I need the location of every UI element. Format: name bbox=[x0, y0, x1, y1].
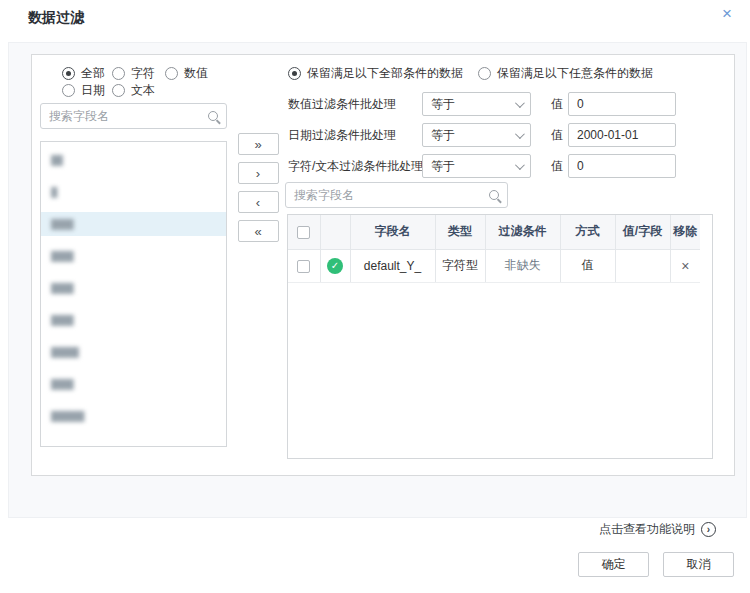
field-column-header: 字段名 bbox=[350, 215, 435, 249]
radio-icon bbox=[112, 84, 125, 97]
chevron-down-icon bbox=[515, 129, 525, 139]
char-value-input[interactable] bbox=[568, 154, 676, 178]
date-value-label: 值 bbox=[551, 123, 563, 147]
date-operator-select[interactable]: 等于 bbox=[422, 123, 531, 147]
conditions-table: 字段名 类型 过滤条件 方式 值/字段 移除 ✓ default_Y_ bbox=[287, 214, 713, 459]
remove-column-header: 移除 bbox=[670, 215, 700, 249]
type-filter-text[interactable]: 文本 bbox=[112, 82, 155, 99]
table-row: ✓ default_Y_ 字符型 非缺失 值 × bbox=[288, 249, 700, 282]
filter-content-box: 全部 字符 数值 日期 文本 bbox=[31, 54, 735, 476]
cell-mode[interactable]: 值 bbox=[560, 249, 615, 282]
select-all-checkbox[interactable] bbox=[297, 226, 310, 239]
numeric-operator-select[interactable]: 等于 bbox=[422, 92, 531, 116]
move-right-button[interactable]: › bbox=[238, 162, 279, 184]
search-icon bbox=[489, 190, 499, 200]
field-list-item[interactable]: ██ bbox=[41, 148, 226, 172]
close-icon[interactable]: × bbox=[722, 5, 732, 22]
char-value-label: 值 bbox=[551, 154, 563, 178]
radio-icon bbox=[62, 67, 75, 80]
cancel-button[interactable]: 取消 bbox=[663, 552, 734, 577]
type-column-header: 类型 bbox=[435, 215, 485, 249]
field-list-item[interactable]: ████ bbox=[41, 372, 226, 396]
table-header-row: 字段名 类型 过滤条件 方式 值/字段 移除 bbox=[288, 215, 700, 249]
check-circle-icon: ✓ bbox=[327, 258, 343, 274]
value-column-header: 值/字段 bbox=[615, 215, 670, 249]
date-batch-label: 日期过滤条件批处理 bbox=[288, 123, 396, 147]
move-all-right-button[interactable]: » bbox=[238, 133, 279, 155]
numeric-value-input[interactable] bbox=[568, 92, 676, 116]
field-search-input[interactable] bbox=[49, 109, 208, 123]
cell-field-name: default_Y_ bbox=[350, 249, 435, 282]
radio-icon bbox=[165, 67, 178, 80]
row-checkbox[interactable] bbox=[297, 260, 310, 273]
type-filter-date[interactable]: 日期 bbox=[62, 82, 105, 99]
type-filter-all[interactable]: 全部 bbox=[62, 65, 105, 82]
cell-type: 字符型 bbox=[435, 249, 485, 282]
move-left-button[interactable]: ‹ bbox=[238, 191, 279, 213]
dialog-body-panel: 全部 字符 数值 日期 文本 bbox=[8, 42, 747, 518]
move-all-left-button[interactable]: « bbox=[238, 220, 279, 242]
type-filter-numeric[interactable]: 数值 bbox=[165, 65, 208, 82]
field-list-item[interactable]: █ bbox=[41, 180, 226, 204]
remove-row-icon[interactable]: × bbox=[681, 258, 689, 274]
search-icon bbox=[208, 111, 218, 121]
field-list-item-selected[interactable]: ████ bbox=[41, 212, 226, 236]
date-value-input[interactable] bbox=[568, 123, 676, 147]
field-list-item[interactable]: ████ bbox=[41, 308, 226, 332]
ok-button[interactable]: 确定 bbox=[578, 552, 649, 577]
char-batch-label: 字符/文本过滤条件批处理 bbox=[288, 154, 423, 178]
field-list-item[interactable]: █████ bbox=[41, 340, 226, 364]
field-list: ██ █ ████ ████ ████ ████ █████ ████ ████… bbox=[40, 141, 227, 447]
mode-column-header: 方式 bbox=[560, 215, 615, 249]
chevron-down-icon bbox=[515, 98, 525, 108]
mode-all-conditions-radio[interactable]: 保留满足以下全部条件的数据 bbox=[288, 65, 463, 82]
data-filter-dialog: 数据过滤 × 全部 字符 数值 日期 文本 bbox=[0, 0, 750, 593]
page-title: 数据过滤 bbox=[28, 9, 84, 27]
char-operator-select[interactable]: 等于 bbox=[422, 154, 531, 178]
cell-value-field[interactable] bbox=[615, 249, 670, 282]
condition-column-header: 过滤条件 bbox=[485, 215, 560, 249]
mode-any-condition-radio[interactable]: 保留满足以下任意条件的数据 bbox=[478, 65, 653, 82]
numeric-value-label: 值 bbox=[551, 92, 563, 116]
status-column-header bbox=[320, 215, 350, 249]
cell-condition[interactable]: 非缺失 bbox=[485, 249, 560, 282]
type-filter-char[interactable]: 字符 bbox=[112, 65, 155, 82]
field-list-item[interactable]: ██████ bbox=[41, 404, 226, 428]
radio-icon bbox=[288, 67, 301, 80]
field-search-box bbox=[40, 103, 227, 129]
condition-search-input[interactable] bbox=[294, 188, 489, 202]
radio-icon bbox=[478, 67, 491, 80]
condition-search-box bbox=[285, 182, 508, 208]
field-list-item[interactable]: ████ bbox=[41, 276, 226, 300]
help-link[interactable]: 点击查看功能说明 › bbox=[599, 521, 716, 538]
field-list-item[interactable]: ████ bbox=[41, 244, 226, 268]
radio-icon bbox=[112, 67, 125, 80]
help-arrow-icon: › bbox=[701, 522, 716, 537]
numeric-batch-label: 数值过滤条件批处理 bbox=[288, 92, 396, 116]
chevron-down-icon bbox=[515, 160, 525, 170]
radio-icon bbox=[62, 84, 75, 97]
